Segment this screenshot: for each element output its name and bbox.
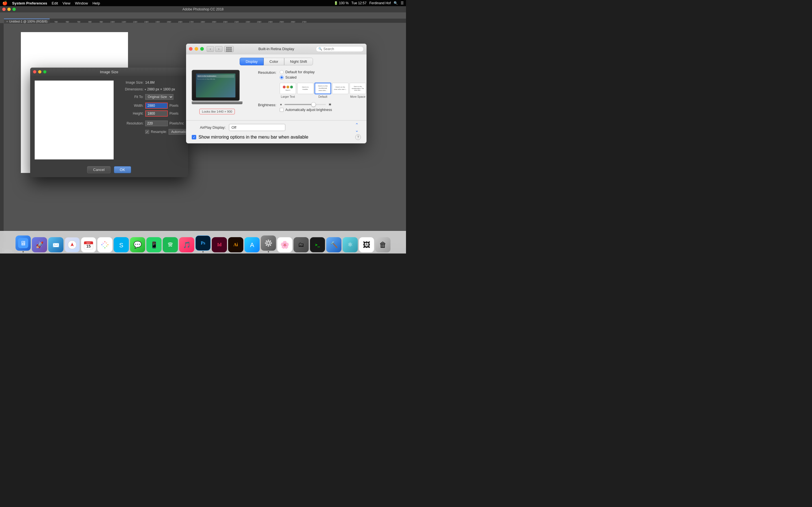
whatsapp-icon[interactable]: 📱: [146, 237, 161, 252]
brightness-slider-container[interactable]: ☀ ☀: [280, 102, 332, 107]
mail-icon[interactable]: ✉️: [48, 237, 63, 252]
sp-search-box[interactable]: 🔍: [316, 46, 364, 52]
auto-brightness-checkbox[interactable]: [280, 108, 284, 112]
sp-maximize-button[interactable]: [200, 47, 204, 51]
airplay-select[interactable]: Off: [229, 124, 285, 131]
ps-minimize-button[interactable]: [7, 8, 11, 11]
menu-view[interactable]: View: [63, 1, 70, 5]
safari-icon[interactable]: [64, 237, 80, 252]
menu-edit[interactable]: Edit: [52, 1, 58, 5]
res-option-larger-text[interactable]: Here's Larger Text: [280, 83, 296, 98]
resolution-default-option[interactable]: Default for display: [280, 70, 366, 74]
spotify-icon[interactable]: [163, 237, 178, 252]
dock-item-safari[interactable]: [64, 237, 80, 252]
res-option-default[interactable]: Here's to thetroublemakones who... Defau…: [315, 83, 331, 98]
syspref-icon[interactable]: [261, 235, 276, 251]
brightness-thumb[interactable]: [311, 102, 316, 107]
dock-item-messages[interactable]: 💬: [130, 237, 145, 252]
menu-window[interactable]: Window: [75, 1, 88, 5]
sp-grid-button[interactable]: [224, 46, 234, 52]
res-thumb-default[interactable]: Here's to thetroublemakones who...: [315, 83, 331, 94]
help-button[interactable]: ?: [355, 134, 361, 140]
control-center-icon[interactable]: ☰: [401, 1, 404, 5]
menu-help[interactable]: Help: [93, 1, 100, 5]
xcode-icon[interactable]: 🔨: [326, 237, 342, 252]
calendar-icon[interactable]: 15 MAY: [81, 237, 96, 252]
stash-icon[interactable]: 🗂: [294, 237, 309, 252]
resolution-scaled-radio[interactable]: [280, 75, 284, 79]
dock-item-launchpad[interactable]: 🚀: [32, 237, 47, 252]
dock-item-music[interactable]: 🎵: [179, 237, 194, 252]
sp-forward-button[interactable]: ›: [215, 46, 222, 52]
res-thumb-2[interactable]: Here's tctrouble:: [297, 83, 313, 94]
terminal-icon[interactable]: >_: [310, 237, 325, 252]
dock-item-mail[interactable]: ✉️: [48, 237, 63, 252]
dock-item-illustrator[interactable]: Ai: [228, 237, 243, 252]
ps-document-tab[interactable]: × Untitled-1 @ 100% (RGB/8): [4, 18, 50, 24]
res-option-2[interactable]: Here's tctrouble:: [297, 83, 313, 98]
photos-app-icon[interactable]: 🖼: [359, 237, 374, 252]
messages-icon[interactable]: 💬: [130, 237, 145, 252]
resolution-scaled-option[interactable]: Scaled: [280, 75, 366, 79]
search-icon[interactable]: 🔍: [394, 1, 398, 5]
dimensions-dropdown-arrow[interactable]: ▾: [145, 88, 146, 91]
illustrator-icon[interactable]: Ai: [228, 237, 243, 252]
petal-icon[interactable]: 🌸: [277, 237, 292, 252]
width-input[interactable]: [145, 103, 168, 109]
atom-icon[interactable]: ⚛: [343, 237, 358, 252]
dock-item-whatsapp[interactable]: 📱: [146, 237, 161, 252]
brightness-slider[interactable]: [285, 104, 326, 105]
sp-back-button[interactable]: ‹: [207, 46, 214, 52]
isd-maximize-button[interactable]: [43, 70, 47, 73]
res-thumb-larger-text[interactable]: Here's: [280, 83, 296, 94]
res-option-more-space[interactable]: Here's to the troublemakers. The ones wh…: [350, 83, 366, 98]
music-icon[interactable]: 🎵: [179, 237, 194, 252]
ok-button[interactable]: OK: [114, 166, 131, 173]
dock-item-stash[interactable]: 🗂: [294, 237, 309, 252]
dock-item-skype[interactable]: S: [114, 237, 129, 252]
dock-item-trash[interactable]: 🗑: [375, 237, 391, 252]
res-thumb-more-space[interactable]: Here's to the troublemakers. The ones wh…: [350, 83, 366, 94]
resample-select[interactable]: Automatic: [168, 129, 188, 135]
sp-search-input[interactable]: [323, 47, 361, 51]
dock-item-appstore[interactable]: A: [245, 237, 260, 252]
photos-icon[interactable]: [97, 237, 112, 252]
cancel-button[interactable]: Cancel: [87, 166, 110, 173]
tab-display[interactable]: Display: [240, 58, 264, 65]
sp-minimize-button[interactable]: [195, 47, 198, 51]
ps-maximize-button[interactable]: [12, 8, 16, 11]
dock-item-finder[interactable]: 🖥: [15, 235, 31, 252]
dock-item-spotify[interactable]: [163, 237, 178, 252]
dock-item-atom[interactable]: ⚛: [343, 237, 358, 252]
mirroring-checkbox[interactable]: [192, 135, 196, 139]
isd-close-button[interactable]: [33, 70, 36, 73]
ps-close-button[interactable]: [2, 8, 6, 11]
apple-menu[interactable]: 🍎: [2, 1, 8, 6]
skype-icon[interactable]: S: [114, 237, 129, 252]
finder-icon[interactable]: 🖥: [15, 235, 31, 251]
res-option-4[interactable]: Here's to theones who see t...: [332, 83, 349, 98]
sp-close-button[interactable]: [189, 47, 193, 51]
resample-checkbox[interactable]: [145, 130, 149, 134]
dock-item-xcode[interactable]: 🔨: [326, 237, 342, 252]
trash-icon[interactable]: 🗑: [375, 237, 391, 252]
tab-night-shift[interactable]: Night Shift: [284, 58, 313, 65]
dock-item-calendar[interactable]: 15 MAY: [81, 237, 96, 252]
dock-item-photos-app[interactable]: 🖼: [359, 237, 374, 252]
resolution-default-radio[interactable]: [280, 70, 284, 74]
indesign-icon[interactable]: Id: [212, 237, 227, 252]
res-thumb-4[interactable]: Here's to theones who see t...: [332, 83, 349, 94]
dock-item-photoshop[interactable]: Ps: [195, 235, 211, 252]
isd-minimize-button[interactable]: [38, 70, 42, 73]
launchpad-icon[interactable]: 🚀: [32, 237, 47, 252]
airplay-select-wrapper[interactable]: Off ⌃⌄: [229, 124, 361, 131]
appstore-icon[interactable]: A: [245, 237, 260, 252]
dock-item-indesign[interactable]: Id: [212, 237, 227, 252]
height-input[interactable]: [145, 110, 168, 117]
dock-item-photos[interactable]: [97, 237, 112, 252]
resolution-input[interactable]: [145, 121, 168, 126]
dock-item-terminal[interactable]: >_: [310, 237, 325, 252]
photoshop-icon[interactable]: Ps: [195, 235, 211, 251]
app-name[interactable]: System Preferences: [12, 1, 47, 5]
fit-to-select[interactable]: Original Size: [145, 94, 173, 100]
